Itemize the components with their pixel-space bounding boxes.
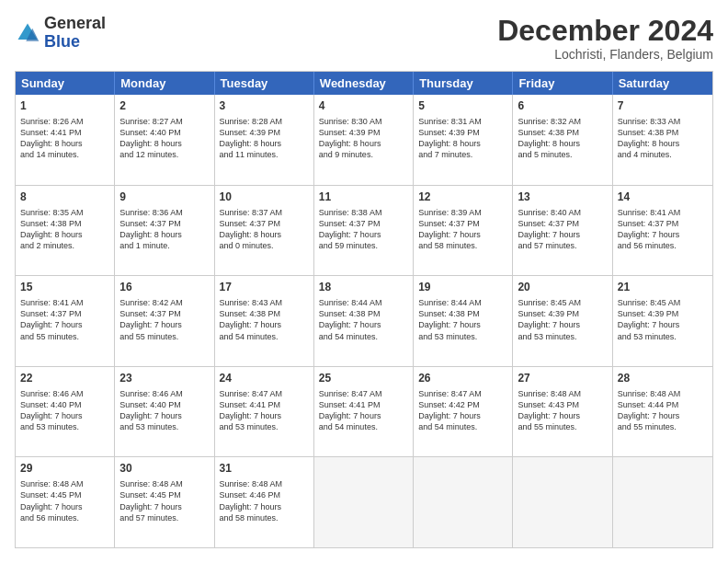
cal-cell-5-2: 30Sunrise: 8:48 AM Sunset: 4:45 PM Dayli… (115, 457, 214, 547)
logo-icon (15, 20, 40, 46)
cal-cell-3-6: 20Sunrise: 8:45 AM Sunset: 4:39 PM Dayli… (513, 276, 612, 366)
cal-cell-3-1: 15Sunrise: 8:41 AM Sunset: 4:37 PM Dayli… (16, 276, 115, 366)
day-info: Sunrise: 8:26 AM Sunset: 4:41 PM Dayligh… (20, 116, 109, 161)
day-info: Sunrise: 8:46 AM Sunset: 4:40 PM Dayligh… (20, 388, 109, 433)
cal-cell-4-7: 28Sunrise: 8:48 AM Sunset: 4:44 PM Dayli… (613, 367, 712, 457)
day-number: 8 (20, 190, 109, 205)
day-info: Sunrise: 8:47 AM Sunset: 4:42 PM Dayligh… (418, 388, 507, 433)
location: Lochristi, Flanders, Belgium (497, 47, 713, 62)
cal-cell-5-7 (613, 457, 712, 547)
day-number: 12 (418, 190, 507, 205)
day-number: 31 (220, 461, 309, 477)
day-info: Sunrise: 8:47 AM Sunset: 4:41 PM Dayligh… (319, 388, 408, 433)
day-number: 3 (220, 98, 309, 114)
day-number: 16 (119, 280, 209, 295)
cal-cell-3-3: 17Sunrise: 8:43 AM Sunset: 4:38 PM Dayli… (215, 276, 314, 366)
day-info: Sunrise: 8:31 AM Sunset: 4:39 PM Dayligh… (418, 116, 507, 161)
day-number: 4 (319, 98, 408, 114)
page: General Blue December 2024 Lochristi, Fl… (0, 0, 728, 563)
day-number: 10 (220, 190, 309, 205)
cal-cell-1-5: 5Sunrise: 8:31 AM Sunset: 4:39 PM Daylig… (414, 95, 513, 185)
cal-cell-3-2: 16Sunrise: 8:42 AM Sunset: 4:37 PM Dayli… (115, 276, 214, 366)
cal-cell-4-3: 24Sunrise: 8:47 AM Sunset: 4:41 PM Dayli… (215, 367, 314, 457)
day-info: Sunrise: 8:48 AM Sunset: 4:45 PM Dayligh… (119, 478, 209, 523)
title-block: December 2024 Lochristi, Flanders, Belgi… (497, 15, 713, 62)
day-info: Sunrise: 8:44 AM Sunset: 4:38 PM Dayligh… (319, 297, 408, 342)
calendar-body: 1Sunrise: 8:26 AM Sunset: 4:41 PM Daylig… (16, 95, 712, 547)
cal-cell-3-7: 21Sunrise: 8:45 AM Sunset: 4:39 PM Dayli… (613, 276, 712, 366)
cal-cell-2-6: 13Sunrise: 8:40 AM Sunset: 4:37 PM Dayli… (513, 186, 612, 276)
calendar-row-1: 1Sunrise: 8:26 AM Sunset: 4:41 PM Daylig… (16, 95, 712, 185)
cal-cell-1-1: 1Sunrise: 8:26 AM Sunset: 4:41 PM Daylig… (16, 95, 115, 185)
logo-blue: Blue (44, 32, 80, 51)
day-number: 27 (518, 371, 607, 386)
day-info: Sunrise: 8:35 AM Sunset: 4:38 PM Dayligh… (20, 207, 109, 252)
day-number: 30 (119, 461, 209, 477)
day-number: 28 (618, 371, 708, 386)
day-info: Sunrise: 8:46 AM Sunset: 4:40 PM Dayligh… (119, 388, 209, 433)
calendar: Sunday Monday Tuesday Wednesday Thursday… (15, 71, 713, 548)
header-friday: Friday (513, 72, 612, 95)
day-info: Sunrise: 8:33 AM Sunset: 4:38 PM Dayligh… (618, 116, 708, 161)
day-number: 7 (618, 98, 708, 114)
day-number: 29 (20, 461, 109, 477)
day-number: 26 (418, 371, 507, 386)
day-info: Sunrise: 8:48 AM Sunset: 4:46 PM Dayligh… (220, 478, 309, 523)
cal-cell-5-4 (314, 457, 414, 547)
day-number: 20 (518, 280, 607, 295)
day-number: 15 (20, 280, 109, 295)
cal-cell-1-4: 4Sunrise: 8:30 AM Sunset: 4:39 PM Daylig… (314, 95, 414, 185)
day-number: 1 (20, 98, 109, 114)
day-number: 24 (220, 371, 309, 386)
day-info: Sunrise: 8:39 AM Sunset: 4:37 PM Dayligh… (418, 207, 507, 252)
cal-cell-1-2: 2Sunrise: 8:27 AM Sunset: 4:40 PM Daylig… (115, 95, 214, 185)
header: General Blue December 2024 Lochristi, Fl… (15, 15, 713, 62)
day-info: Sunrise: 8:43 AM Sunset: 4:38 PM Dayligh… (220, 297, 309, 342)
cal-cell-1-6: 6Sunrise: 8:32 AM Sunset: 4:38 PM Daylig… (513, 95, 612, 185)
day-number: 6 (518, 98, 607, 114)
logo: General Blue (15, 15, 106, 52)
day-info: Sunrise: 8:32 AM Sunset: 4:38 PM Dayligh… (518, 116, 607, 161)
day-info: Sunrise: 8:48 AM Sunset: 4:43 PM Dayligh… (518, 388, 607, 433)
header-saturday: Saturday (613, 72, 712, 95)
logo-text: General Blue (44, 15, 106, 52)
day-info: Sunrise: 8:41 AM Sunset: 4:37 PM Dayligh… (20, 297, 109, 342)
day-info: Sunrise: 8:42 AM Sunset: 4:37 PM Dayligh… (119, 297, 209, 342)
day-info: Sunrise: 8:37 AM Sunset: 4:37 PM Dayligh… (220, 207, 309, 252)
header-thursday: Thursday (414, 72, 513, 95)
cal-cell-1-3: 3Sunrise: 8:28 AM Sunset: 4:39 PM Daylig… (215, 95, 314, 185)
month-title: December 2024 (497, 15, 713, 47)
calendar-row-4: 22Sunrise: 8:46 AM Sunset: 4:40 PM Dayli… (16, 366, 712, 457)
day-info: Sunrise: 8:40 AM Sunset: 4:37 PM Dayligh… (518, 207, 607, 252)
calendar-header: Sunday Monday Tuesday Wednesday Thursday… (16, 72, 712, 95)
day-info: Sunrise: 8:30 AM Sunset: 4:39 PM Dayligh… (319, 116, 408, 161)
day-info: Sunrise: 8:45 AM Sunset: 4:39 PM Dayligh… (618, 297, 708, 342)
day-info: Sunrise: 8:36 AM Sunset: 4:37 PM Dayligh… (119, 207, 209, 252)
day-number: 21 (618, 280, 708, 295)
day-number: 11 (319, 190, 408, 205)
day-number: 22 (20, 371, 109, 386)
cal-cell-3-5: 19Sunrise: 8:44 AM Sunset: 4:38 PM Dayli… (414, 276, 513, 366)
header-sunday: Sunday (16, 72, 115, 95)
cal-cell-2-3: 10Sunrise: 8:37 AM Sunset: 4:37 PM Dayli… (215, 186, 314, 276)
day-info: Sunrise: 8:45 AM Sunset: 4:39 PM Dayligh… (518, 297, 607, 342)
cal-cell-5-3: 31Sunrise: 8:48 AM Sunset: 4:46 PM Dayli… (215, 457, 314, 547)
cal-cell-5-1: 29Sunrise: 8:48 AM Sunset: 4:45 PM Dayli… (16, 457, 115, 547)
calendar-row-5: 29Sunrise: 8:48 AM Sunset: 4:45 PM Dayli… (16, 456, 712, 547)
day-number: 17 (220, 280, 309, 295)
day-number: 19 (418, 280, 507, 295)
header-monday: Monday (115, 72, 214, 95)
day-info: Sunrise: 8:27 AM Sunset: 4:40 PM Dayligh… (119, 116, 209, 161)
day-info: Sunrise: 8:44 AM Sunset: 4:38 PM Dayligh… (418, 297, 507, 342)
calendar-row-2: 8Sunrise: 8:35 AM Sunset: 4:38 PM Daylig… (16, 185, 712, 276)
logo-general: General (44, 14, 106, 32)
cal-cell-4-6: 27Sunrise: 8:48 AM Sunset: 4:43 PM Dayli… (513, 367, 612, 457)
day-number: 2 (119, 98, 209, 114)
cal-cell-4-1: 22Sunrise: 8:46 AM Sunset: 4:40 PM Dayli… (16, 367, 115, 457)
day-info: Sunrise: 8:48 AM Sunset: 4:44 PM Dayligh… (618, 388, 708, 433)
cal-cell-2-1: 8Sunrise: 8:35 AM Sunset: 4:38 PM Daylig… (16, 186, 115, 276)
day-info: Sunrise: 8:41 AM Sunset: 4:37 PM Dayligh… (618, 207, 708, 252)
day-number: 13 (518, 190, 607, 205)
cal-cell-4-5: 26Sunrise: 8:47 AM Sunset: 4:42 PM Dayli… (414, 367, 513, 457)
calendar-row-3: 15Sunrise: 8:41 AM Sunset: 4:37 PM Dayli… (16, 275, 712, 366)
